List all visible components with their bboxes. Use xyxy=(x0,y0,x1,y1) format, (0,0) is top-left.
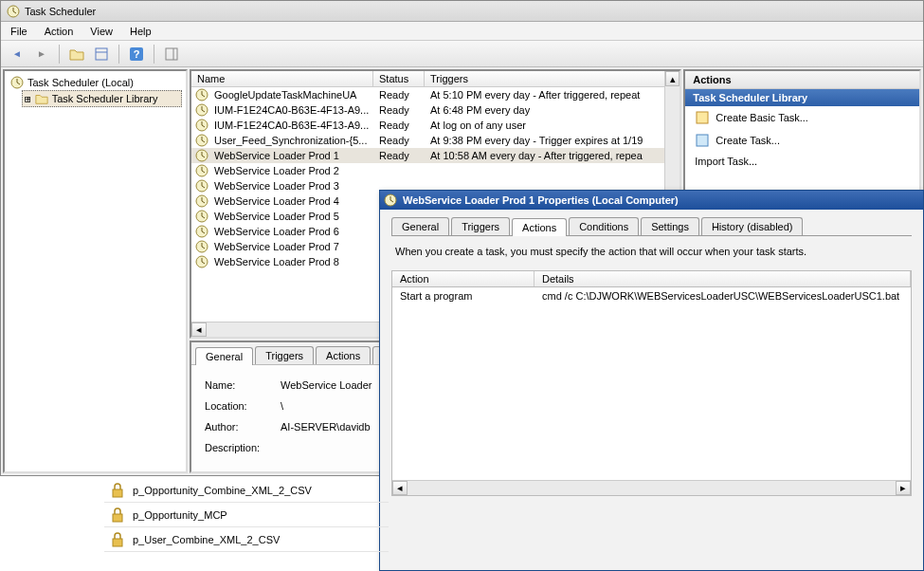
action-import-task[interactable]: Import Task... xyxy=(685,152,919,171)
task-triggers: At 6:48 PM every day xyxy=(425,103,679,117)
description-label: Description: xyxy=(205,437,281,458)
menu-file[interactable]: File xyxy=(10,26,27,37)
scroll-up-button[interactable]: ▴ xyxy=(665,71,679,86)
action-row[interactable]: Start a program cmd /c C:\DJWORK\WEBServ… xyxy=(392,287,911,304)
task-status: Ready xyxy=(373,134,425,147)
folder-icon xyxy=(35,92,48,105)
tree-library[interactable]: ⊞ Task Scheduler Library xyxy=(22,90,182,107)
lock-icon xyxy=(110,483,125,498)
tab-actions[interactable]: Actions xyxy=(316,346,371,364)
scroll-right-button[interactable]: ▸ xyxy=(896,481,911,495)
list-item[interactable]: p_User_Combine_XML_2_CSV xyxy=(104,527,389,552)
dlg-tab-triggers[interactable]: Triggers xyxy=(451,217,510,235)
dlg-tab-settings[interactable]: Settings xyxy=(641,217,699,235)
menu-help[interactable]: Help xyxy=(130,26,152,37)
lock-icon xyxy=(110,507,125,523)
action-create-basic[interactable]: Create Basic Task... xyxy=(685,106,919,129)
task-status: Ready xyxy=(373,88,425,101)
menubar: File Action View Help xyxy=(1,22,923,41)
clock-icon xyxy=(195,179,208,193)
actions-table-body[interactable]: Start a program cmd /c C:\DJWORK\WEBServ… xyxy=(391,287,912,496)
clock-icon xyxy=(195,164,208,177)
dlg-tab-conditions[interactable]: Conditions xyxy=(569,217,639,235)
clock-icon xyxy=(195,149,208,162)
menu-view[interactable]: View xyxy=(90,26,113,37)
task-row[interactable]: GoogleUpdateTaskMachineUAReadyAt 5:10 PM… xyxy=(191,87,679,102)
task-name: GoogleUpdateTaskMachineUA xyxy=(208,88,373,101)
task-triggers: At log on of any user xyxy=(425,119,679,132)
dialog-hscroll[interactable]: ◂ ▸ xyxy=(392,480,911,495)
view-toggle-button[interactable] xyxy=(91,44,112,64)
titlebar[interactable]: Task Scheduler xyxy=(1,1,923,22)
task-name: IUM-F1E24CA0-B63E-4F13-A9... xyxy=(208,119,373,132)
col-action[interactable]: Action xyxy=(392,271,534,286)
bottom-peek: p_Opportunity_Combine_XML_2_CSV p_Opport… xyxy=(104,478,389,552)
lock-icon xyxy=(110,532,125,547)
col-triggers[interactable]: Triggers xyxy=(425,71,679,86)
dialog-body: General Triggers Actions Conditions Sett… xyxy=(380,210,923,504)
menu-action[interactable]: Action xyxy=(45,26,74,37)
list-item[interactable]: p_Opportunity_Combine_XML_2_CSV xyxy=(104,478,389,503)
task-row[interactable]: User_Feed_Synchronization-{5...ReadyAt 9… xyxy=(191,133,679,148)
task-name: WebService Loader Prod 2 xyxy=(208,164,373,177)
dlg-tab-general[interactable]: General xyxy=(391,217,449,235)
location-label: Location: xyxy=(205,396,281,416)
clock-icon xyxy=(195,194,208,208)
actions-section: Task Scheduler Library xyxy=(685,89,919,106)
task-row[interactable]: IUM-F1E24CA0-B63E-4F13-A9...ReadyAt 6:48… xyxy=(191,102,679,118)
back-button[interactable] xyxy=(7,44,27,64)
list-item[interactable]: p_Opportunity_MCP xyxy=(104,503,389,527)
panel-button[interactable] xyxy=(161,44,182,64)
task-name: WebService Loader Prod 5 xyxy=(208,210,373,223)
action-label: Import Task... xyxy=(695,156,757,167)
task-status: Ready xyxy=(373,103,425,117)
task-name: WebService Loader Prod 7 xyxy=(208,240,373,253)
separator xyxy=(118,45,119,64)
task-row[interactable]: WebService Loader Prod 1ReadyAt 10:58 AM… xyxy=(191,148,679,163)
task-row[interactable]: IUM-F1E24CA0-B63E-4F13-A9...ReadyAt log … xyxy=(191,118,679,133)
svg-rect-8 xyxy=(697,112,708,123)
item-label: p_Opportunity_Combine_XML_2_CSV xyxy=(133,485,312,496)
task-status xyxy=(373,185,425,187)
clock-icon xyxy=(195,240,208,253)
task-triggers: At 10:58 AM every day - After triggered,… xyxy=(425,149,679,162)
dlg-tab-actions[interactable]: Actions xyxy=(512,218,567,236)
scroll-left-button[interactable]: ◂ xyxy=(392,481,408,495)
clock-icon xyxy=(195,119,208,132)
task-name: WebService Loader Prod 1 xyxy=(208,149,373,162)
expander-icon[interactable]: ⊞ xyxy=(25,93,31,105)
action-create-task[interactable]: Create Task... xyxy=(685,129,919,152)
separator xyxy=(59,45,60,64)
item-label: p_User_Combine_XML_2_CSV xyxy=(133,534,280,545)
help-button[interactable]: ? xyxy=(126,44,147,64)
task-name: User_Feed_Synchronization-{5... xyxy=(208,134,373,147)
clock-icon xyxy=(195,225,208,238)
task-row[interactable]: WebService Loader Prod 2 xyxy=(191,163,679,178)
dlg-tab-history[interactable]: History (disabled) xyxy=(701,217,804,235)
svg-rect-2 xyxy=(96,48,107,60)
tree-pane[interactable]: Task Scheduler (Local) ⊞ Task Scheduler … xyxy=(3,69,188,473)
up-button[interactable] xyxy=(66,44,87,64)
wizard-icon xyxy=(695,110,710,125)
tree-root[interactable]: Task Scheduler (Local) xyxy=(9,75,182,90)
clock-icon xyxy=(195,103,208,117)
properties-dialog[interactable]: WebService Loader Prod 1 Properties (Loc… xyxy=(379,190,924,571)
actions-table-header: Action Details xyxy=(391,270,912,287)
forward-button[interactable] xyxy=(31,44,52,64)
author-value: AI-SERVER\davidb xyxy=(281,416,371,437)
col-details[interactable]: Details xyxy=(534,271,911,286)
col-name[interactable]: Name xyxy=(191,71,373,86)
clock-icon xyxy=(195,255,208,268)
scroll-left-button[interactable]: ◂ xyxy=(191,322,207,337)
tab-triggers[interactable]: Triggers xyxy=(255,346,314,364)
task-triggers xyxy=(425,170,679,172)
action-label: Create Task... xyxy=(716,135,780,146)
action-label: Create Basic Task... xyxy=(716,112,808,123)
col-status[interactable]: Status xyxy=(373,71,425,86)
task-triggers: At 5:10 PM every day - After triggered, … xyxy=(425,88,679,101)
name-value: WebService Loader xyxy=(281,375,371,396)
tab-general[interactable]: General xyxy=(195,347,253,365)
task-name: IUM-F1E24CA0-B63E-4F13-A9... xyxy=(208,103,373,117)
dialog-titlebar[interactable]: WebService Loader Prod 1 Properties (Loc… xyxy=(380,191,923,210)
dialog-tabs: General Triggers Actions Conditions Sett… xyxy=(391,217,912,236)
